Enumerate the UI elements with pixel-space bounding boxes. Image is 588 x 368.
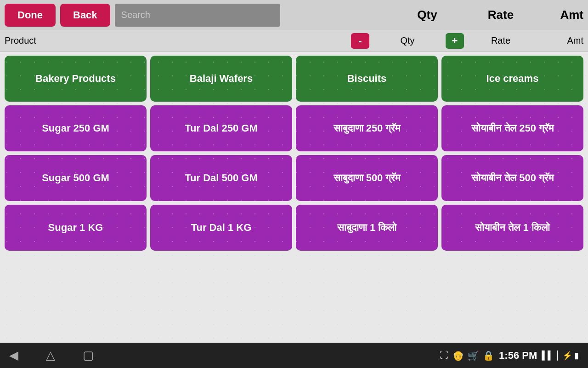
qty-header: Qty xyxy=(390,8,464,22)
category-bakery[interactable]: Bakery Products xyxy=(5,56,147,102)
product-row-500: Sugar 500 GM Tur Dal 500 GM साबुदाणा 500… xyxy=(5,155,583,201)
product-row-1kg: Sugar 1 KG Tur Dal 1 KG साबुदाणा 1 किलो … xyxy=(5,205,583,251)
nav-icons: ◀ △ ▢ xyxy=(9,348,94,362)
product-soyabean-250[interactable]: सोयाबीन तेल 250 ग्रॅम xyxy=(441,105,583,151)
category-biscuits[interactable]: Biscuits xyxy=(296,56,438,102)
sub-header: Product - Qty + Rate Amt xyxy=(0,30,588,52)
sub-qty-label: Qty xyxy=(373,35,442,46)
product-sabudana-1kg[interactable]: साबुदाणा 1 किलो xyxy=(296,205,438,251)
product-sugar-1kg[interactable]: Sugar 1 KG xyxy=(5,205,147,251)
signal-bars-icon: ▌▌ xyxy=(542,351,554,360)
done-button[interactable]: Done xyxy=(5,4,56,27)
search-input[interactable] xyxy=(115,4,280,27)
sub-rate-label: Rate xyxy=(464,35,537,46)
home-nav-icon[interactable]: △ xyxy=(46,348,55,362)
shop-icon: 🛒 xyxy=(468,350,479,361)
signal-icons: ▌▌ │ ⚡ ▮ xyxy=(542,351,579,361)
back-button[interactable]: Back xyxy=(60,4,110,27)
category-icecreams[interactable]: Ice creams xyxy=(441,56,583,102)
top-bar: Done Back Qty Rate Amt xyxy=(0,0,588,30)
wifi-icon: │ xyxy=(555,351,560,360)
product-soyabean-500[interactable]: सोयाबीन तेल 500 ग्रॅम xyxy=(441,155,583,201)
battery-icon: ▮ xyxy=(574,351,579,361)
sub-amt-label: Amt xyxy=(537,35,583,46)
bottom-nav-bar: ◀ △ ▢ ⛶ 👴 🛒 🔒 1:56 PM ▌▌ │ ⚡ ▮ xyxy=(0,343,588,368)
product-row-250: Sugar 250 GM Tur Dal 250 GM साबुदाणा 250… xyxy=(5,105,583,151)
status-icons: ⛶ 👴 🛒 🔒 xyxy=(440,350,494,361)
product-sabudana-500[interactable]: साबुदाणा 500 ग्रॅम xyxy=(296,155,438,201)
back-nav-icon[interactable]: ◀ xyxy=(9,348,18,362)
android-icon: 👴 xyxy=(452,350,464,361)
bluetooth-icon: ⚡ xyxy=(562,351,572,361)
time-display: 1:56 PM xyxy=(499,350,537,362)
header-columns: Qty Rate Amt xyxy=(390,8,583,22)
image-icon: ⛶ xyxy=(440,350,449,361)
rate-header: Rate xyxy=(464,8,537,22)
product-turdal-500[interactable]: Tur Dal 500 GM xyxy=(150,155,292,201)
plus-button[interactable]: + xyxy=(446,33,464,49)
category-row: Bakery Products Balaji Wafers Biscuits I… xyxy=(5,56,583,102)
product-sugar-250[interactable]: Sugar 250 GM xyxy=(5,105,147,151)
minus-button[interactable]: - xyxy=(351,33,369,49)
product-label: Product xyxy=(5,35,351,46)
recents-nav-icon[interactable]: ▢ xyxy=(83,348,94,362)
product-soyabean-1kg[interactable]: सोयाबीन तेल 1 किलो xyxy=(441,205,583,251)
product-sabudana-250[interactable]: साबुदाणा 250 ग्रॅम xyxy=(296,105,438,151)
amt-header: Amt xyxy=(537,8,583,22)
product-turdal-250[interactable]: Tur Dal 250 GM xyxy=(150,105,292,151)
category-balaji[interactable]: Balaji Wafers xyxy=(150,56,292,102)
status-bar-right: ⛶ 👴 🛒 🔒 1:56 PM ▌▌ │ ⚡ ▮ xyxy=(440,350,579,362)
lock-icon: 🔒 xyxy=(483,350,494,361)
product-turdal-1kg[interactable]: Tur Dal 1 KG xyxy=(150,205,292,251)
product-grid: Bakery Products Balaji Wafers Biscuits I… xyxy=(0,52,588,254)
product-sugar-500[interactable]: Sugar 500 GM xyxy=(5,155,147,201)
